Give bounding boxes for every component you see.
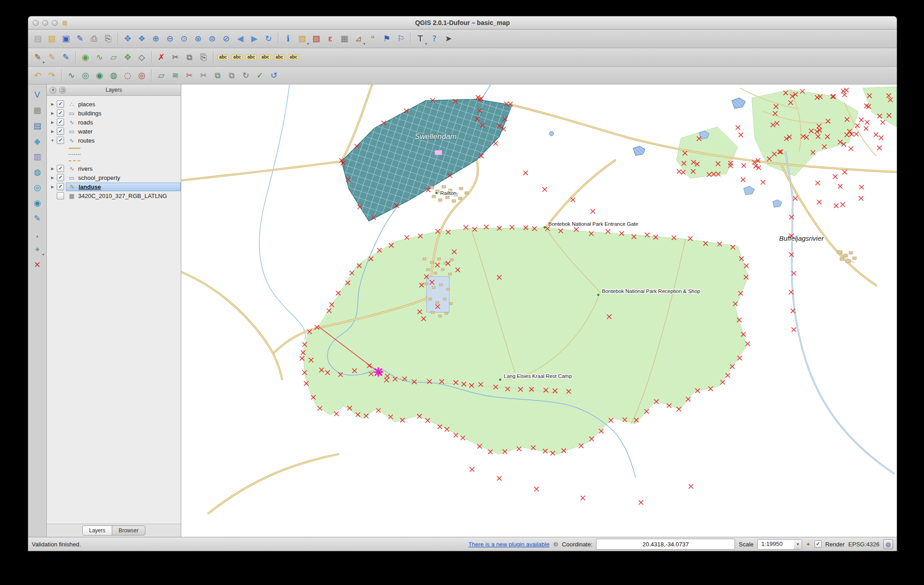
zoom-next-button[interactable]: ▶	[248, 32, 261, 45]
zoom-in-button[interactable]: ⊕	[149, 32, 163, 45]
simplify-feature-button[interactable]: ∿	[65, 69, 78, 82]
delete-ring-button[interactable]: ◌	[121, 69, 134, 82]
panel-tab-browser[interactable]: Browser	[112, 526, 145, 535]
render-checkbox[interactable]: ✓	[815, 540, 822, 548]
expand-arrow-icon[interactable]: ▶	[50, 120, 55, 124]
remove-layer-button[interactable]: ✕	[30, 258, 44, 272]
new-print-composer-button[interactable]: ⎙	[87, 32, 101, 45]
add-wcs-layer-button[interactable]: ◎	[30, 181, 44, 194]
composer-manager-button[interactable]: ⎘	[101, 32, 115, 45]
expand-arrow-icon[interactable]: ▼	[50, 139, 55, 143]
layer-visibility-checkbox[interactable]: ✓	[57, 128, 64, 135]
delete-part-button[interactable]: ◎	[135, 69, 149, 82]
refresh-map-button[interactable]: ↻	[262, 32, 275, 45]
layer-visibility-checkbox[interactable]: ✓	[57, 183, 64, 190]
delete-selected-button[interactable]: ✗	[154, 50, 168, 64]
pan-map-button[interactable]: ✥	[121, 32, 134, 45]
expand-arrow-icon[interactable]: ▶	[50, 111, 55, 115]
add-delimited-text-layer-button[interactable]: ,	[30, 227, 44, 241]
new-plugin-link[interactable]: There is a new plugin available	[468, 541, 550, 548]
add-vector-layer-button[interactable]: V	[30, 88, 44, 102]
rotate-point-symbols-button[interactable]: ↻	[239, 69, 253, 82]
whats-this-button[interactable]: ➤	[442, 32, 455, 45]
measure-button[interactable]: ⊿▾	[352, 32, 365, 45]
paste-features-button[interactable]: ⎘	[197, 50, 210, 64]
cut-features-button[interactable]: ✂	[169, 50, 182, 64]
plugin-icon[interactable]: ⚙	[553, 541, 558, 548]
open-attribute-table-button[interactable]: ▦	[338, 32, 351, 45]
pan-to-selection-button[interactable]: ❖	[135, 32, 149, 45]
label-rotate-button[interactable]: abc	[273, 50, 286, 64]
save-project-button[interactable]: ▣	[59, 32, 73, 45]
undo-button[interactable]: ↶	[31, 69, 45, 82]
layer-item-3420C_2010_327_RGB_LATLNG[interactable]: ▦3420C_2010_327_RGB_LATLNG	[47, 191, 181, 200]
merge-attributes-button[interactable]: ⧉	[225, 69, 238, 82]
identify-features-button[interactable]: ℹ	[281, 32, 295, 45]
add-feature-polygon-button[interactable]: ▱	[107, 50, 120, 64]
layer-item-landuse[interactable]: ▶✓✎landuse	[47, 182, 181, 191]
layer-visibility-checkbox[interactable]: ✓	[57, 137, 64, 144]
coordinate-input[interactable]	[596, 539, 735, 550]
layer-visibility-checkbox[interactable]: ✓	[57, 109, 64, 117]
new-project-button[interactable]: ▤	[31, 32, 45, 45]
deselect-features-button[interactable]: ▧	[309, 32, 323, 45]
select-by-expression-button[interactable]: ε	[323, 32, 337, 45]
add-gps-layer-button[interactable]: ⌖▾	[30, 243, 44, 256]
new-bookmark-button[interactable]: ⚑	[380, 32, 393, 45]
zoom-full-extent-button[interactable]: ⊛	[191, 32, 205, 45]
zoom-last-button[interactable]: ◀	[233, 32, 247, 45]
split-parts-button[interactable]: ✂	[197, 69, 210, 82]
layer-visibility-checkbox[interactable]	[57, 192, 64, 199]
copy-features-button[interactable]: ⧉	[183, 50, 196, 64]
show-bookmarks-button[interactable]: ⚐	[394, 32, 407, 45]
zoom-button[interactable]	[52, 20, 58, 26]
add-feature-point-button[interactable]: ◉	[79, 50, 92, 64]
merge-features-button[interactable]: ⧉	[211, 69, 224, 82]
crs-status-button[interactable]: ◍	[883, 539, 893, 549]
map-tips-button[interactable]: ❝	[366, 32, 379, 45]
layer-item-water[interactable]: ▶✓▭water	[47, 127, 181, 136]
label-show-hide-button[interactable]: abc	[244, 50, 258, 64]
layer-item-buildings[interactable]: ▶✓▭buildings	[47, 109, 181, 118]
add-feature-line-button[interactable]: ∿	[93, 50, 106, 64]
current-edits-button[interactable]: ✎▾	[31, 50, 45, 64]
add-part-button[interactable]: ◉	[93, 69, 106, 82]
layer-item-rivers[interactable]: ▶✓∿rivers	[47, 164, 181, 173]
map-canvas[interactable]: Swellendam Railton Bontebok National Par…	[181, 84, 897, 537]
scale-combobox[interactable]: 1:19950 ▼	[757, 539, 802, 550]
reshape-features-button[interactable]: ▱	[154, 69, 168, 82]
add-mssql-layer-button[interactable]: ▥	[30, 150, 44, 164]
add-postgis-layer-button[interactable]: ▤	[30, 119, 44, 133]
label-properties-button[interactable]: abc	[287, 50, 300, 64]
add-spatialite-layer-button[interactable]: ◆	[30, 134, 44, 148]
layer-item-roads[interactable]: ▶✓∿roads	[47, 118, 181, 127]
help-contents-button[interactable]: ?	[427, 32, 441, 45]
open-project-button[interactable]: ▨	[45, 32, 59, 45]
check-validity-button[interactable]: ✓	[253, 69, 267, 82]
add-ring-button[interactable]: ◎	[79, 69, 92, 82]
layer-item-routes[interactable]: ▼✓∿routes	[47, 136, 181, 145]
layer-item-school_property[interactable]: ▶✓▭school_property	[47, 173, 181, 182]
layer-visibility-checkbox[interactable]: ✓	[57, 119, 64, 126]
minimize-button[interactable]	[42, 20, 48, 26]
zoom-to-layer-button[interactable]: ⊘	[219, 32, 233, 45]
expand-arrow-icon[interactable]: ▶	[50, 176, 55, 180]
fill-ring-button[interactable]: ◍	[107, 69, 120, 82]
layer-visibility-checkbox[interactable]: ✓	[57, 165, 64, 172]
stop-rendering-icon[interactable]: ✦	[806, 541, 811, 548]
layer-visibility-checkbox[interactable]: ✓	[57, 174, 64, 181]
zoom-to-selection-button[interactable]: ⊜	[205, 32, 219, 45]
node-tool-button[interactable]: ◇	[135, 50, 149, 64]
expand-arrow-icon[interactable]: ▶	[50, 185, 55, 189]
label-move-button[interactable]: abc	[258, 50, 272, 64]
expand-arrow-icon[interactable]: ▶	[50, 102, 55, 106]
new-shapefile-layer-button[interactable]: ✎	[30, 212, 44, 225]
move-feature-button[interactable]: ✥	[121, 50, 134, 64]
layer-visibility-checkbox[interactable]: ✓	[57, 100, 64, 108]
select-features-button[interactable]: ▧▾	[295, 32, 309, 45]
add-wms-layer-button[interactable]: ◍	[30, 165, 44, 179]
panel-tab-layers[interactable]: Layers	[82, 526, 112, 535]
scale-dropdown-arrow-icon[interactable]: ▼	[794, 540, 802, 549]
add-wfs-layer-button[interactable]: ◉	[30, 196, 44, 210]
zoom-out-button[interactable]: ⊖	[163, 32, 177, 45]
